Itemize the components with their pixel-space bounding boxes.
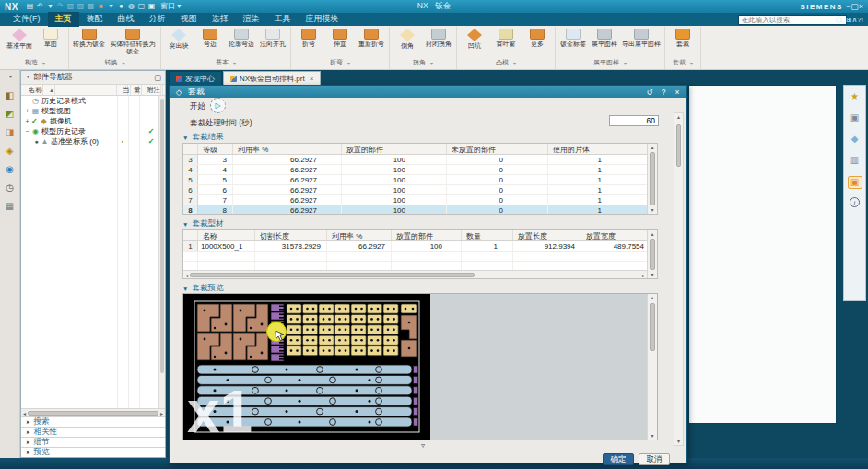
ribbon-group-label[interactable]: 展平图样▾ bbox=[557, 57, 663, 69]
document-tab[interactable]: 发现中心 bbox=[169, 71, 222, 85]
expander-icon[interactable]: − bbox=[23, 128, 31, 135]
group-dropdown-icon[interactable]: ▾ bbox=[42, 60, 45, 66]
scroll-down-icon[interactable]: ▾ bbox=[674, 438, 683, 445]
restore-button[interactable]: ▢ bbox=[850, 2, 859, 11]
column-header[interactable] bbox=[183, 144, 198, 154]
settings-gear-icon[interactable]: ◔ bbox=[6, 73, 12, 82]
ribbon-button[interactable]: 法向开孔 bbox=[257, 27, 288, 48]
ribbon-button[interactable]: 草图 bbox=[35, 27, 66, 48]
voice-command-icon[interactable]: ● bbox=[117, 1, 125, 12]
column-header[interactable]: 切割长度 bbox=[255, 230, 327, 240]
ribbon-button[interactable]: 伸直 bbox=[324, 27, 356, 48]
ribbon-button[interactable]: 封闭拐角 bbox=[423, 27, 454, 48]
ribbon-button[interactable]: 实体特征转换为钣金 bbox=[107, 27, 158, 54]
redo-icon[interactable]: ↷ bbox=[56, 1, 65, 12]
table-vertical-scrollbar[interactable]: ▴▾ bbox=[647, 144, 657, 214]
ribbon-group-label[interactable]: 凸模▾ bbox=[459, 57, 553, 69]
palette-dropdown-icon[interactable]: ▾ bbox=[107, 1, 115, 12]
close-button[interactable]: × bbox=[859, 2, 863, 11]
menu-tab[interactable]: 文件(F) bbox=[6, 12, 48, 27]
ribbon-button[interactable]: 更多 bbox=[522, 27, 553, 48]
column-c1[interactable]: 当 bbox=[117, 85, 128, 95]
search-input[interactable] bbox=[738, 15, 847, 25]
column-header[interactable]: 未放置的部件 bbox=[447, 144, 548, 154]
paste-icon[interactable]: ▩ bbox=[87, 1, 95, 12]
dialog-close-icon[interactable]: × bbox=[673, 88, 682, 97]
ribbon-group-label[interactable]: 套裁▾ bbox=[667, 57, 698, 69]
expander-icon[interactable]: + bbox=[23, 108, 31, 114]
preview-vertical-scrollbar[interactable]: ▴ ▾ bbox=[647, 294, 657, 440]
touch-mode-icon[interactable]: ◍ bbox=[127, 1, 135, 12]
ribbon-button[interactable]: 倒角 bbox=[392, 27, 423, 50]
ribbon-button[interactable]: 突出块 bbox=[163, 27, 194, 50]
navigator-footer-section[interactable]: ▸细节 bbox=[21, 437, 165, 447]
results-section-header[interactable]: ▼套裁结果 bbox=[182, 132, 223, 143]
dialog-vertical-scrollbar[interactable]: ▴ ▾ bbox=[674, 112, 684, 446]
web-browser-icon[interactable]: ◉ bbox=[6, 165, 14, 174]
menu-tab[interactable]: 渲染 bbox=[236, 12, 267, 27]
group-dropdown-icon[interactable]: ▾ bbox=[430, 60, 433, 66]
cut-icon[interactable]: ▧ bbox=[66, 1, 75, 12]
ribbon-button[interactable]: 凹坑 bbox=[459, 27, 490, 50]
graphics-area[interactable] bbox=[688, 85, 837, 424]
column-header[interactable]: 放置的部件 bbox=[392, 230, 462, 240]
group-dropdown-icon[interactable]: ▾ bbox=[233, 60, 236, 66]
ribbon-button[interactable]: 轮廓弯边 bbox=[226, 27, 257, 48]
scroll-left-icon[interactable]: ◂ bbox=[185, 272, 188, 278]
color-palette-icon[interactable]: ■ bbox=[97, 1, 105, 12]
ribbon-group-label[interactable]: 基本▾ bbox=[163, 57, 288, 69]
menu-tab[interactable]: 应用模块 bbox=[299, 12, 346, 27]
tree-item[interactable]: +▦模型视图 bbox=[21, 106, 165, 116]
ribbon-button[interactable]: 弯边 bbox=[194, 27, 226, 48]
ribbon-button[interactable]: 百叶窗 bbox=[490, 27, 522, 48]
menu-tab[interactable]: 分析 bbox=[142, 12, 173, 27]
processing-time-input[interactable] bbox=[609, 115, 659, 126]
scroll-up-icon[interactable]: ▴ bbox=[648, 230, 657, 238]
scroll-left-icon[interactable]: ◂ bbox=[23, 410, 26, 416]
assembly-navigator-icon[interactable]: ◧ bbox=[6, 91, 14, 100]
ribbon-button[interactable]: 转换为钣金 bbox=[71, 27, 107, 48]
navigator-footer-section[interactable]: ▸相关性 bbox=[21, 427, 165, 437]
column-name[interactable]: 名称 ▲ bbox=[21, 85, 117, 95]
tree-item[interactable]: ●▲基准坐标系 (0)▪✓ bbox=[21, 136, 165, 147]
ribbon-button[interactable]: 导出展平图样 bbox=[620, 27, 663, 48]
column-header[interactable]: 使用的片体 bbox=[548, 144, 649, 154]
start-button[interactable]: ▷ bbox=[210, 98, 226, 113]
column-header[interactable]: 名称 bbox=[198, 230, 255, 240]
reuse-library-icon[interactable]: ◈ bbox=[6, 147, 14, 156]
ribbon-group-label[interactable]: 构造▾ bbox=[4, 57, 66, 69]
scroll-right-icon[interactable]: ▸ bbox=[642, 272, 645, 278]
reset-icon[interactable]: ↺ bbox=[645, 88, 654, 97]
column-c2[interactable]: 量 bbox=[128, 85, 139, 95]
dialog-title-bar[interactable]: ◇ 套裁 ↺ ? × bbox=[170, 86, 686, 98]
navigator-footer-section[interactable]: ▸搜索 bbox=[21, 416, 165, 427]
expander-icon[interactable]: + bbox=[23, 118, 31, 124]
scroll-down-icon[interactable]: ▾ bbox=[648, 206, 657, 214]
column-comment[interactable]: 附注 bbox=[139, 85, 163, 95]
undo-dropdown-icon[interactable]: ▾ bbox=[46, 1, 54, 12]
column-header[interactable]: 放置宽度 bbox=[581, 230, 649, 240]
dialog-help-icon[interactable]: ? bbox=[659, 88, 668, 97]
copy-icon[interactable]: ▨ bbox=[76, 1, 85, 12]
column-header[interactable]: 放置的部件 bbox=[342, 144, 447, 154]
flat-pattern-view-icon[interactable]: ▥ bbox=[848, 155, 862, 168]
cancel-button[interactable]: 取消 bbox=[639, 453, 670, 465]
history-palette-icon[interactable]: ◷ bbox=[6, 183, 14, 193]
menu-tab[interactable]: 主页 bbox=[48, 12, 79, 27]
tree-item[interactable]: +✓◆摄像机 bbox=[21, 116, 165, 126]
table-vertical-scrollbar[interactable]: ▴▾ bbox=[647, 230, 657, 278]
menu-tab[interactable]: 选择 bbox=[205, 12, 236, 27]
ok-button[interactable]: 确定 bbox=[603, 453, 634, 465]
scroll-right-icon[interactable]: ▸ bbox=[160, 410, 163, 416]
scroll-up-icon[interactable]: ▴ bbox=[674, 113, 683, 121]
scroll-up-icon[interactable]: ▴ bbox=[648, 144, 657, 151]
ribbon-button[interactable]: 折弯 bbox=[293, 27, 324, 48]
ribbon-button[interactable]: 套裁 bbox=[667, 27, 698, 48]
table-horizontal-scrollbar[interactable]: ◂▸ bbox=[183, 270, 647, 278]
table-row[interactable]: 3366.292710001 bbox=[183, 155, 657, 165]
nesting-tool-icon[interactable]: ▣ bbox=[848, 176, 862, 189]
visibility-check-icon[interactable]: ✓ bbox=[31, 117, 40, 125]
float-panel-icon[interactable]: ▢ bbox=[154, 73, 161, 82]
ribbon-button[interactable]: 展平图样 bbox=[589, 27, 620, 48]
group-dropdown-icon[interactable]: ▾ bbox=[513, 60, 516, 66]
